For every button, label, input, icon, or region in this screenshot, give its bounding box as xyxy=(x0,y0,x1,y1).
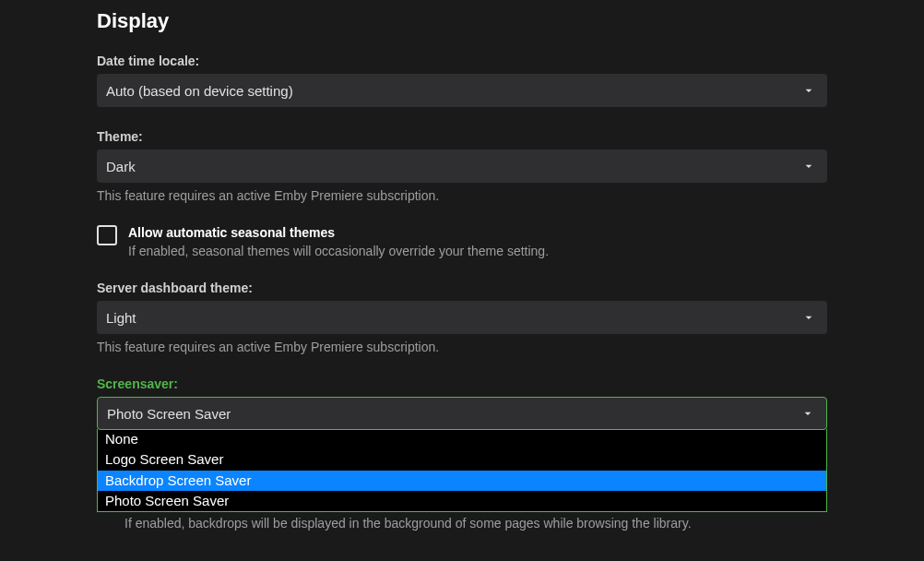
server-theme-label: Server dashboard theme: xyxy=(97,280,827,295)
screensaver-field: Screensaver: Photo Screen Saver None Log… xyxy=(97,376,827,531)
seasonal-themes-row: Allow automatic seasonal themes If enabl… xyxy=(97,225,827,258)
datetime-locale-select[interactable]: Auto (based on device setting) xyxy=(97,74,827,107)
screensaver-option[interactable]: Logo Screen Saver xyxy=(98,449,826,470)
chevron-down-icon xyxy=(801,310,816,325)
datetime-locale-label: Date time locale: xyxy=(97,54,827,68)
backdrops-help: If enabled, backdrops will be displayed … xyxy=(97,516,827,531)
theme-value: Dark xyxy=(106,159,136,174)
seasonal-themes-help: If enabled, seasonal themes will occasio… xyxy=(128,244,549,258)
theme-help: This feature requires an active Emby Pre… xyxy=(97,188,827,203)
chevron-down-icon xyxy=(801,83,816,98)
screensaver-select[interactable]: Photo Screen Saver xyxy=(97,397,827,430)
server-theme-value: Light xyxy=(106,310,136,326)
chevron-down-icon xyxy=(800,406,815,421)
page-title: Display xyxy=(97,9,827,33)
seasonal-themes-checkbox[interactable] xyxy=(97,225,117,245)
theme-label: Theme: xyxy=(97,129,827,144)
screensaver-option[interactable]: None xyxy=(98,429,826,449)
chevron-down-icon xyxy=(801,159,816,173)
screensaver-option[interactable]: Photo Screen Saver xyxy=(98,491,826,511)
server-theme-field: Server dashboard theme: Light This featu… xyxy=(97,280,827,354)
theme-select[interactable]: Dark xyxy=(97,149,827,183)
screensaver-option[interactable]: Backdrop Screen Saver xyxy=(98,471,826,491)
screensaver-label: Screensaver: xyxy=(97,376,827,391)
datetime-locale-value: Auto (based on device setting) xyxy=(106,83,293,99)
server-theme-help: This feature requires an active Emby Pre… xyxy=(97,340,827,354)
screensaver-options: None Logo Screen Saver Backdrop Screen S… xyxy=(97,429,827,512)
seasonal-themes-label: Allow automatic seasonal themes xyxy=(128,225,549,240)
datetime-locale-field: Date time locale: Auto (based on device … xyxy=(97,54,827,107)
server-theme-select[interactable]: Light xyxy=(97,301,827,334)
screensaver-value: Photo Screen Saver xyxy=(107,406,231,422)
theme-field: Theme: Dark This feature requires an act… xyxy=(97,129,827,203)
